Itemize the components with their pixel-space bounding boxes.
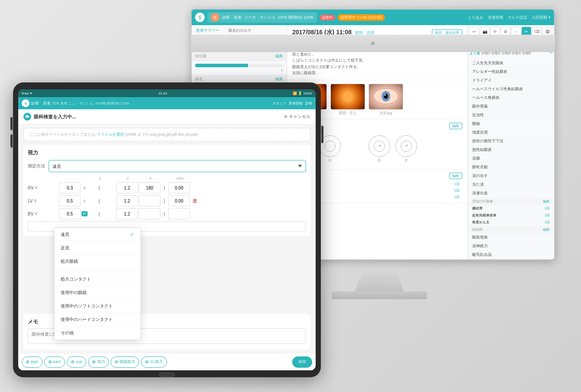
tablet-rv-add[interactable] — [168, 182, 190, 193]
tablet-dropdown-soft-contact[interactable]: 使用中のソフトコンタクト — [55, 300, 140, 313]
monitor-patient-tabs: 診察 患者 — [222, 15, 242, 20]
tablet-rv-a[interactable] — [139, 182, 160, 193]
tablet-bottom-krt[interactable]: ⊕ KRT — [44, 356, 65, 368]
monitor-eye-circle-3: ↗ — [369, 135, 390, 157]
monitor-header-nav: とりあお 患者情報 カルテ設定 入院情報 ▾ — [468, 15, 551, 20]
monitor-nav-item-admission[interactable]: 入院情報 ▾ — [532, 15, 551, 20]
monitor-diag-9[interactable]: 強度近視 — [470, 128, 552, 137]
monitor-diag-15[interactable]: 当た涙 — [470, 180, 552, 189]
monitor-eye-label-4: 左 — [405, 158, 408, 163]
monitor-edit-disease[interactable]: 編集 — [275, 76, 283, 82]
monitor-diag-1[interactable]: ご人生先天先眼炎 — [470, 59, 552, 68]
monitor-diag-5[interactable]: ヘルペス角膜炎 — [470, 94, 552, 102]
monitor-diag-10[interactable]: 急性の慢性下下法 — [470, 137, 552, 146]
tablet-dropdown-rx-glasses[interactable]: 処方眼鏡 — [55, 255, 140, 268]
tablet-logo: S — [22, 99, 29, 107]
tablet-method-row: 測定方法 遠見 近見 処方眼鏡 処方コンタクト 使用中の眼鏡 使用中のソフトコン… — [28, 160, 306, 172]
monitor-right-diag-row-3: 角度がん主 1回 — [470, 219, 552, 226]
tablet-attach-link[interactable]: ファイルを選択 — [97, 132, 124, 137]
monitor-status-badge: 診察中 — [320, 15, 335, 20]
monitor-section-toggle-1[interactable]: 編集 — [543, 199, 550, 204]
tablet-dropdown-hard-contact[interactable]: 使用中のハードコンタクト — [55, 313, 140, 327]
monitor-diag-glaucoma[interactable]: 眼筋視覚 — [470, 233, 552, 242]
monitor-diag-ciliary[interactable]: 睫毛乱出品 — [470, 251, 552, 259]
monitor-diag-nerve[interactable]: 涙神経力 — [470, 242, 552, 251]
monitor-extra-edit[interactable]: 編集 — [449, 173, 462, 179]
tablet-dropdown-rx-contact[interactable]: 処方コンタクト — [55, 273, 140, 286]
monitor-schema-edit[interactable]: 編集 — [449, 123, 462, 129]
tablet-method-label: 測定方法 — [28, 163, 45, 169]
monitor-nav-item-patient[interactable]: 患者情報 — [488, 15, 503, 20]
tablet-bottom-iop[interactable]: ⊕ IOP — [67, 356, 87, 368]
tablet-bottom-ref[interactable]: ⊕ REF — [22, 356, 42, 368]
tablet-lv-add[interactable] — [168, 195, 190, 206]
monitor-diag-16[interactable]: 涙滲出血 — [470, 189, 552, 198]
monitor-right-diag-row-1: 継続厚 1回 — [470, 205, 552, 212]
tablet-method-select[interactable]: 遠見 近見 処方眼鏡 処方コンタクト 使用中の眼鏡 使用中のソフトコンタクト 使… — [49, 160, 306, 172]
tablet-dropdown-kinken[interactable]: 近見 — [55, 242, 140, 255]
tablet-vision-col-headers: S C A ADD — [28, 176, 306, 180]
tablet-bottom-cl[interactable]: ⊕ CL処方 — [141, 356, 167, 368]
tablet-lv-s[interactable] — [116, 195, 138, 206]
monitor-diag-6[interactable]: 眼外用薬 — [470, 102, 552, 111]
monitor-diag-8[interactable]: 眼瞼 — [470, 120, 552, 128]
monitor-diag-2[interactable]: アレルギー性結膜炎 — [470, 68, 552, 76]
tablet-volume-up — [10, 117, 13, 130]
tablet-dropdown-other[interactable]: その他 — [55, 327, 140, 340]
monitor-logo: S — [195, 13, 205, 22]
tablet-nav-exam[interactable]: 診察 — [305, 101, 312, 106]
monitor-right-section-header-1: 望遠行行像像 編集 — [470, 198, 552, 205]
tablet-dropdown-enken[interactable]: 遠見 ✓ — [55, 228, 140, 242]
monitor-nav-item-toriage[interactable]: とりあお — [468, 15, 483, 20]
monitor-diag-12[interactable]: 涙腺 — [470, 154, 552, 163]
monitor-progress-fill — [195, 64, 248, 67]
monitor-reception-time: 診察受付 11:00 (42分前) — [338, 14, 385, 21]
tablet-bv-add[interactable] — [168, 208, 190, 219]
tablet-bottom-vision[interactable]: ⊕ 視力 — [88, 356, 109, 368]
monitor-nav-item-karute[interactable]: カルテ設定 — [508, 15, 527, 20]
monitor-diag-7[interactable]: 近治性 — [470, 111, 552, 120]
tablet-rv-s[interactable] — [116, 182, 138, 193]
tablet-lv-label: LV = — [28, 199, 58, 203]
tablet-bv-s[interactable] — [116, 208, 138, 219]
tablet-lv-a[interactable] — [139, 195, 160, 206]
tablet-bottom-glasses[interactable]: ⊕ 眼鏡処方 — [111, 356, 139, 368]
monitor-diag-13[interactable]: 眼乾式粗 — [470, 163, 552, 172]
tablet-save-button[interactable]: 保存 — [292, 356, 312, 368]
tablet-lv-delete[interactable]: 🗑 — [191, 198, 199, 204]
tablet-status-time: 22:33 — [158, 91, 167, 95]
tablet-power-btn[interactable] — [321, 126, 323, 143]
tablet-patient-sub: 日本 患者 ここ～ ちくいん — [52, 101, 94, 106]
tablet-attach-hint: ここに添付ファイルをドロップまたは — [29, 132, 95, 137]
tablet-content: 👁 眼科検査を入力中... ⊕ キャンセル ここに添付ファイルをドロップまたは … — [18, 109, 316, 353]
monitor-diag-11[interactable]: 急性結膜炎 — [470, 146, 552, 154]
monitor-diag-4[interactable]: ヘルペスウイルス性角結膜炎 — [470, 85, 552, 94]
monitor-subjective-text: 前と進めた。しばらくコンタクトは中止にして様子見。眼鏡見えが出た2次要コンタクト… — [292, 51, 462, 76]
monitor-photo-thumb-3[interactable] — [369, 84, 403, 110]
tablet-home-bar[interactable] — [159, 372, 175, 377]
tablet-lv-value[interactable] — [59, 195, 81, 206]
tablet-nav-staff[interactable]: スタッフ — [272, 101, 286, 106]
monitor-edit-position[interactable]: 編集 — [275, 53, 283, 59]
monitor-photo-label-3: 左目.jpg — [369, 111, 403, 115]
tablet-dropdown-current-glasses[interactable]: 使用中の眼鏡 — [55, 286, 140, 300]
tablet-rv-value[interactable] — [59, 182, 81, 193]
tablet-frame: iPad ✦ 22:33 📶 🔋 100% S 診察 患者 日本 患者 ここ～ … — [13, 82, 321, 377]
monitor-section-toggle-2[interactable]: 編集 — [543, 227, 550, 232]
monitor-diag-14[interactable]: 涙の出す — [470, 172, 552, 180]
tablet-cancel-link[interactable]: ⊕ キャンセル — [284, 114, 310, 120]
monitor-diagnoses-list: ご人生先天先眼炎 アレルギー性結膜炎 ドライアイ ヘルペスウイルス性角結膜炎 ヘ… — [468, 57, 554, 260]
tablet-volume-down — [10, 134, 13, 147]
tablet-nav-patient[interactable]: 患者情報 — [289, 101, 303, 106]
monitor-chin-dot — [371, 42, 375, 45]
tablet-header-nav: スタッフ 患者情報 診察 — [272, 101, 312, 106]
tablet-attach-zone[interactable]: ここに添付ファイルをドロップまたは ファイルを選択 (20MB までの png,… — [23, 128, 310, 141]
monitor-diag-optic[interactable]: 岐阜兵 — [470, 259, 552, 260]
monitor-eye-circle-4: ↗ — [395, 135, 417, 157]
tablet-patient-id: 1979年(昭和54) 12/06 — [95, 101, 129, 106]
monitor-photo-thumb-2[interactable] — [330, 84, 365, 110]
monitor-diag-3[interactable]: ドライアイ — [470, 76, 552, 85]
tablet-bv-value[interactable] — [59, 208, 81, 219]
tablet-vision-row-rv: RV = p ( ) — [28, 182, 306, 193]
tablet-bv-a[interactable] — [139, 208, 160, 219]
